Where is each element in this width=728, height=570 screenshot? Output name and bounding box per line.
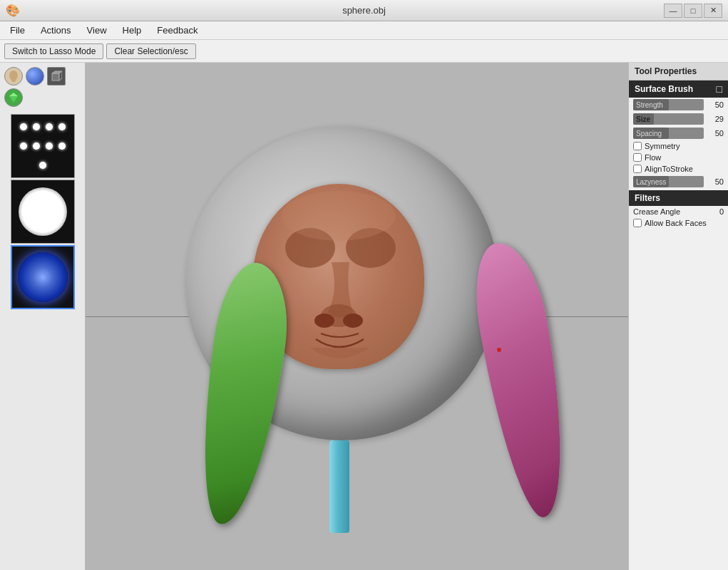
symmetry-label: Symmetry	[645, 142, 680, 150]
lazyness-row: Lazyness 50	[629, 175, 728, 189]
strength-row: Strength 50	[629, 98, 728, 112]
lazyness-slider-bg[interactable]: Lazyness	[633, 176, 704, 187]
surface-brush-icon: □	[717, 83, 722, 95]
close-button[interactable]: ✕	[704, 4, 722, 18]
allow-back-faces-checkbox[interactable]	[633, 219, 642, 227]
allow-back-faces-label: Allow Back Faces	[645, 219, 707, 227]
tool-icons-row	[3, 66, 82, 108]
lazyness-value: 50	[707, 177, 724, 186]
spacing-label: Spacing	[636, 130, 662, 138]
minimize-button[interactable]: —	[664, 4, 682, 18]
dot	[39, 162, 46, 169]
crease-angle-value: 0	[707, 207, 724, 216]
red-dot	[497, 348, 501, 352]
align-to-stroke-label: AlignToStroke	[645, 165, 693, 173]
toolbar: Switch to Lasso Mode Clear Selection/esc	[0, 40, 728, 63]
main-area: Tool Properties Surface Brush □ Strength…	[0, 63, 728, 570]
surface-brush-label: Surface Brush	[635, 84, 693, 94]
dot	[58, 142, 66, 150]
head-svg	[7, 70, 20, 83]
dot	[20, 142, 27, 150]
flow-label: Flow	[645, 153, 661, 162]
spacing-slider-bg[interactable]: Spacing	[633, 128, 704, 139]
svg-point-11	[343, 314, 363, 328]
flow-row: Flow	[629, 152, 728, 163]
svg-point-12	[282, 191, 396, 241]
crease-angle-row: Crease Angle 0	[629, 206, 728, 217]
cube-svg	[51, 71, 62, 82]
clear-selection-button[interactable]: Clear Selection/esc	[106, 43, 195, 59]
window-controls: — □ ✕	[664, 4, 722, 18]
switch-lasso-mode-button[interactable]: Switch to Lasso Mode	[4, 43, 103, 59]
title-bar: 🎨 sphere.obj — □ ✕	[0, 0, 728, 21]
glow-brush-preview[interactable]	[11, 245, 75, 309]
menu-view[interactable]: View	[80, 23, 114, 38]
menu-feedback[interactable]: Feedback	[150, 23, 205, 38]
svg-marker-6	[9, 93, 18, 96]
glow-shape	[18, 252, 68, 302]
svg-rect-2	[52, 73, 59, 81]
svg-point-10	[314, 314, 334, 328]
dot	[20, 123, 27, 130]
support-pole	[329, 440, 349, 533]
dots-brush-preview[interactable]	[11, 114, 75, 178]
size-slider-bg[interactable]: Size	[633, 113, 704, 125]
size-label: Size	[636, 115, 650, 123]
gem-tool-icon[interactable]	[4, 88, 23, 107]
size-row: Size 29	[629, 112, 728, 126]
circle-brush-preview[interactable]	[11, 180, 75, 244]
dot	[58, 123, 66, 130]
dot	[46, 142, 53, 150]
menu-help[interactable]: Help	[116, 23, 149, 38]
dots-pattern	[11, 115, 74, 177]
lazyness-slider-container: Lazyness 50	[633, 176, 724, 187]
menu-actions[interactable]: Actions	[34, 23, 78, 38]
symmetry-checkbox[interactable]	[633, 142, 642, 150]
size-value: 29	[707, 115, 724, 123]
menu-file[interactable]: File	[3, 23, 32, 38]
menu-bar: File Actions View Help Feedback	[0, 21, 728, 40]
app-icon: 🎨	[6, 4, 20, 17]
scene-container	[86, 63, 628, 570]
maximize-button[interactable]: □	[684, 4, 702, 18]
circle-shape	[19, 187, 67, 236]
cube-tool-icon[interactable]	[47, 67, 66, 86]
svg-point-1	[11, 79, 16, 82]
window-title: sphere.obj	[342, 5, 386, 16]
left-panel	[0, 63, 86, 570]
head-tool-icon[interactable]	[4, 67, 23, 86]
align-to-stroke-row: AlignToStroke	[629, 163, 728, 175]
sphere-tool-icon[interactable]	[26, 67, 44, 86]
surface-brush-header: Surface Brush □	[629, 81, 728, 98]
spacing-row: Spacing 50	[629, 126, 728, 140]
titlebar-left: 🎨	[6, 4, 20, 17]
tool-properties-header: Tool Properties	[629, 63, 728, 81]
strength-slider-bg[interactable]: Strength	[633, 99, 704, 110]
symmetry-row: Symmetry	[629, 140, 728, 152]
size-slider-container: Size 29	[633, 113, 724, 125]
strength-label: Strength	[636, 101, 663, 109]
dot	[46, 123, 53, 130]
right-panel: Tool Properties Surface Brush □ Strength…	[628, 63, 728, 570]
gem-svg	[8, 92, 19, 103]
crease-angle-label: Crease Angle	[633, 207, 680, 216]
spacing-slider-container: Spacing 50	[633, 128, 724, 139]
dot	[33, 142, 40, 150]
strength-value: 50	[707, 100, 724, 109]
pink-arm	[466, 237, 580, 523]
svg-point-0	[9, 71, 18, 81]
flow-checkbox[interactable]	[633, 153, 642, 162]
align-to-stroke-checkbox[interactable]	[633, 165, 642, 173]
lazyness-label: Lazyness	[636, 178, 666, 186]
allow-back-faces-row: Allow Back Faces	[629, 217, 728, 229]
3d-viewport[interactable]	[86, 63, 628, 570]
strength-slider-container: Strength 50	[633, 99, 724, 110]
spacing-value: 50	[707, 129, 724, 138]
dot	[33, 123, 40, 130]
filters-header: Filters	[629, 190, 728, 206]
svg-marker-4	[59, 71, 62, 81]
